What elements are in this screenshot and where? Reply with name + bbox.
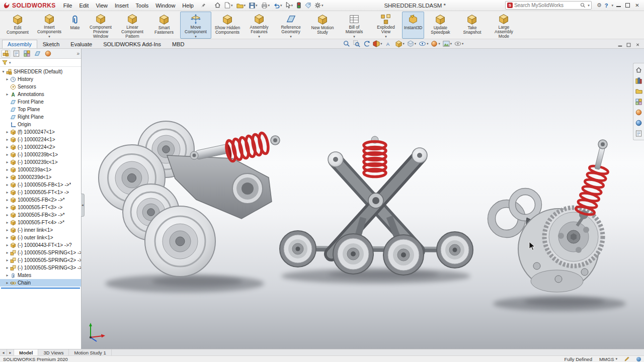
ribbon-instant3d-button[interactable]: Instant3D xyxy=(402,12,424,39)
expand-arrow-icon[interactable]: ▸ xyxy=(5,243,10,247)
expand-arrow-icon[interactable]: ▸ xyxy=(5,250,10,255)
home-icon[interactable] xyxy=(634,65,643,74)
appearances-icon[interactable] xyxy=(634,108,643,117)
tree-item[interactable]: ▸(-) 10000505-SPRING<1> -> xyxy=(0,249,81,256)
tree-item[interactable]: ▸AAnnotations xyxy=(0,90,81,98)
tab-scroll-left-icon[interactable]: ◂ xyxy=(0,349,7,355)
menu-edit[interactable]: Edit xyxy=(75,2,92,10)
print-icon[interactable]: ▾ xyxy=(260,2,272,9)
ribbon-linear-component-pattern-button[interactable]: Linear Component Pattern▾ xyxy=(117,12,148,39)
tree-item[interactable]: ▸(f) 10000247<1> xyxy=(0,128,81,136)
rebuild-icon[interactable] xyxy=(295,2,303,9)
expand-arrow-icon[interactable]: ▾ xyxy=(1,69,6,74)
tree-item[interactable]: ▸(-) 10000239c<1> xyxy=(0,158,81,166)
tree-item[interactable]: Top Plane xyxy=(0,106,81,113)
section-view-icon[interactable]: ▾ xyxy=(372,40,382,48)
expand-arrow-icon[interactable]: ▸ xyxy=(5,160,10,164)
expand-arrow-icon[interactable]: ▸ xyxy=(5,137,10,142)
expand-arrow-icon[interactable]: ▸ xyxy=(5,205,10,210)
minimize-button[interactable] xyxy=(616,4,621,7)
display-style-icon[interactable]: ▾ xyxy=(407,40,417,48)
expand-arrow-icon[interactable]: ▸ xyxy=(5,258,10,262)
expand-arrow-icon[interactable]: ▸ xyxy=(5,273,10,278)
bottom-tab-3d-views[interactable]: 3D Views xyxy=(38,349,69,355)
help-caret-icon[interactable]: ▾ xyxy=(611,4,613,8)
search-box[interactable]: S ▾ xyxy=(505,1,592,10)
filter-funnel-icon[interactable] xyxy=(2,60,8,65)
expand-arrow-icon[interactable]: ▸ xyxy=(5,130,10,134)
bottom-tab-motion-study-1[interactable]: Motion Study 1 xyxy=(69,349,111,355)
tab-evaluate[interactable]: Evaluate xyxy=(65,40,98,48)
search-icon[interactable] xyxy=(580,3,586,8)
tree-item[interactable]: ▸10000505-FB<3> ->* xyxy=(0,211,81,219)
ribbon-mate-button[interactable]: Mate xyxy=(65,12,85,39)
tree-item[interactable]: ▸(-) 10000505-SPRING<3> -> xyxy=(0,264,81,272)
design-library-icon[interactable] xyxy=(634,76,643,85)
edit-appearance-icon[interactable]: ▾ xyxy=(430,40,440,48)
tree-item[interactable]: ▸(-) 10000239b<1> xyxy=(0,151,81,158)
expand-arrow-icon[interactable]: ▸ xyxy=(5,175,10,179)
select-cursor-icon[interactable]: ▾ xyxy=(284,2,295,9)
home-icon[interactable] xyxy=(213,2,222,9)
ribbon-smart-fasteners-button[interactable]: Smart Fasteners xyxy=(148,12,180,39)
viewport-3d[interactable] xyxy=(82,49,644,349)
ribbon-update-speedpak-button[interactable]: Update Speedpak xyxy=(425,12,456,39)
tree-item[interactable]: ▸Chain xyxy=(0,279,81,287)
expand-arrow-icon[interactable]: ▸ xyxy=(5,213,10,217)
ribbon-new-motion-study-button[interactable]: New Motion Study xyxy=(307,12,338,39)
tree-item[interactable]: ▸(-) outer link<1> xyxy=(0,234,81,241)
new-document-icon[interactable]: ▾ xyxy=(223,2,234,9)
close-button[interactable]: ✕ xyxy=(634,3,640,8)
tree-item[interactable]: ▸Mates xyxy=(0,272,81,279)
tree-item[interactable]: ▸History xyxy=(0,75,81,83)
units-selector[interactable]: MMGS ▾ xyxy=(599,356,617,362)
panel-tabs-more-icon[interactable]: » xyxy=(76,51,79,56)
rollback-bar[interactable] xyxy=(1,288,80,289)
expand-arrow-icon[interactable]: ▸ xyxy=(5,281,10,285)
expand-arrow-icon[interactable]: ▸ xyxy=(5,228,10,232)
zoom-fit-icon[interactable] xyxy=(342,40,351,48)
dimxpert-manager-tab[interactable] xyxy=(33,50,42,58)
expand-arrow-icon[interactable]: ▸ xyxy=(5,77,10,81)
ribbon-show-hidden-components-button[interactable]: Show Hidden Components xyxy=(212,12,243,39)
menu-insert[interactable]: Insert xyxy=(111,2,132,10)
doc-minimize-button[interactable] xyxy=(618,43,622,46)
tree-item[interactable]: ▸(-) 10000224<2> xyxy=(0,143,81,151)
tab-assembly[interactable]: Assembly xyxy=(2,40,37,48)
view-palette-icon[interactable] xyxy=(634,97,643,106)
ribbon-large-assembly-mode-button[interactable]: Large Assembly Mode▾ xyxy=(488,12,519,39)
expand-arrow-icon[interactable]: ▸ xyxy=(5,92,10,97)
status-globe-icon[interactable] xyxy=(636,357,641,361)
ribbon-take-snapshot-button[interactable]: Take Snapshot xyxy=(456,12,488,39)
tree-item[interactable]: ▸10000239d<1> xyxy=(0,173,81,181)
tab-solidworks-add-ins[interactable]: SOLIDWORKS Add-Ins xyxy=(98,40,167,48)
options-gear-icon[interactable]: ▾ xyxy=(313,2,325,9)
maximize-button[interactable] xyxy=(625,3,630,8)
expand-arrow-icon[interactable]: ▸ xyxy=(5,198,10,202)
zoom-area-icon[interactable] xyxy=(352,40,361,48)
tree-item[interactable]: ▸(-) inner link<1> xyxy=(0,226,81,234)
tree-item[interactable]: ▸10000505-FT<3> -> xyxy=(0,204,81,211)
tree-item[interactable]: Sensors xyxy=(0,83,81,90)
configuration-manager-tab[interactable] xyxy=(23,50,31,58)
ribbon-exploded-view-button[interactable]: Exploded View▾ xyxy=(370,12,401,39)
custom-properties-icon[interactable] xyxy=(634,129,643,138)
scenes-icon[interactable] xyxy=(634,118,643,127)
tree-item[interactable]: ▸10000239a<1> xyxy=(0,166,81,173)
tree-item[interactable]: ▸(-) 10000443-FT<1> ->? xyxy=(0,241,81,249)
tree-item[interactable]: ▸(-) 10000505-FB<1> ->* xyxy=(0,181,81,189)
ribbon-component-preview-window-button[interactable]: Component Preview Window xyxy=(85,12,116,39)
panel-splitter-handle[interactable]: ◂ xyxy=(81,194,85,217)
ribbon-insert-components-button[interactable]: Insert Components▾ xyxy=(34,12,65,39)
ribbon-edit-component-button[interactable]: Edit Component xyxy=(2,12,33,39)
tree-item[interactable]: Front Plane xyxy=(0,98,81,106)
expand-arrow-icon[interactable]: ▸ xyxy=(5,183,10,187)
view-orientation-icon[interactable]: ▾ xyxy=(394,40,405,48)
expand-arrow-icon[interactable]: ▸ xyxy=(5,235,10,240)
expand-arrow-icon[interactable]: ▸ xyxy=(5,220,10,225)
ribbon-move-component-button[interactable]: Move Component▾ xyxy=(180,12,211,39)
undo-icon[interactable]: ▾ xyxy=(272,2,284,9)
expand-arrow-icon[interactable]: ▸ xyxy=(5,152,10,157)
doc-close-button[interactable]: ✕ xyxy=(635,43,640,47)
property-manager-tab[interactable] xyxy=(12,50,21,58)
